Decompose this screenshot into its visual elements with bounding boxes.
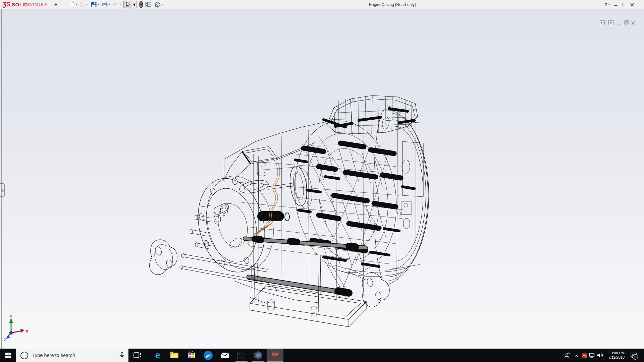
featuremanager-collapsed-tab[interactable]	[0, 183, 5, 197]
network-icon	[589, 353, 595, 358]
solidworks-tray-icon: SW ✓	[582, 353, 587, 358]
tray-solidworks-button[interactable]: SW ✓	[580, 349, 588, 362]
taskbar-solidworks-button[interactable]: SW 2017	[267, 349, 283, 362]
people-button[interactable]	[562, 349, 572, 362]
dropdown-caret-icon[interactable]: ▾	[161, 3, 163, 6]
window-title: EngineCasing [Read-only]	[369, 2, 416, 7]
dassault-mark-icon: ƷS	[3, 1, 10, 8]
taskbar-mail-button[interactable]	[218, 349, 231, 362]
solidworks-2017-label: 2017	[273, 357, 277, 359]
windows-taskbar: e C:\ SW 2017	[0, 349, 644, 362]
dropdown-caret-icon[interactable]: ▾	[109, 3, 110, 6]
volume-button[interactable]	[596, 349, 604, 362]
engine-casing-wireframe-model[interactable]	[0, 9, 644, 349]
triad-z-label: Z	[4, 338, 6, 342]
document-minimize-button[interactable]	[617, 24, 621, 24]
selected-edge-highlight[interactable]	[248, 163, 280, 248]
dropdown-caret-icon[interactable]: ▾	[87, 3, 88, 6]
network-button[interactable]	[588, 349, 596, 362]
chevron-up-icon	[574, 355, 578, 357]
taskbar-search[interactable]	[16, 349, 128, 362]
document-restore-button[interactable]	[624, 21, 628, 24]
windows-logo-icon	[5, 353, 11, 358]
black-cylinder-bushing[interactable]	[262, 213, 289, 221]
open-folder-icon	[79, 1, 86, 8]
undo-arrow-icon	[112, 1, 119, 8]
document-window-controls	[600, 20, 635, 25]
brand-solid: SOLID	[12, 2, 28, 7]
tray-overflow-button[interactable]	[572, 349, 580, 362]
solidworks-logo: ƷS SOLID WORKS	[3, 1, 48, 8]
show-right-pane-button[interactable]	[608, 20, 613, 25]
right-arrow-icon	[610, 22, 612, 24]
traffic-light-icon	[139, 1, 143, 8]
taskbar-hexagon-app-button[interactable]	[252, 349, 265, 362]
task-view-icon	[133, 352, 142, 359]
taskbar-file-explorer-button[interactable]	[168, 349, 181, 362]
microphone-icon[interactable]	[120, 352, 124, 359]
print-icon	[101, 1, 108, 8]
print-button[interactable]: ▾	[101, 1, 110, 8]
wrench-circle-icon	[204, 351, 213, 360]
restore-button[interactable]	[623, 3, 626, 6]
taskbar-settings-button[interactable]	[201, 349, 215, 362]
orientation-triad: Y X Z	[3, 313, 35, 344]
cortana-icon	[20, 352, 28, 359]
close-button[interactable]	[630, 3, 634, 6]
command-prompt-icon: C:\	[237, 352, 246, 359]
show-left-pane-button[interactable]	[600, 20, 605, 25]
left-flange[interactable]	[189, 169, 283, 279]
graphics-viewport[interactable]: Y X Z *Dimetric	[0, 9, 644, 349]
triad-x-label: X	[26, 329, 29, 333]
taskbar-command-prompt-button[interactable]: C:\	[235, 349, 248, 362]
dropdown-caret-icon[interactable]: ▾	[98, 3, 99, 6]
select-tool-dropdown[interactable]: ▾	[132, 1, 137, 8]
undo-button[interactable]: ▾	[112, 1, 121, 8]
window-controls: ? ▾	[604, 0, 634, 9]
options-button[interactable]: ▾	[154, 1, 163, 8]
gear-icon	[154, 1, 161, 8]
cylinder-head-cluster[interactable]	[327, 96, 418, 134]
hexagon-app-icon	[254, 351, 262, 360]
action-center-button[interactable]: 3	[628, 349, 639, 362]
menu-expand-arrow[interactable]: ▶	[55, 2, 57, 6]
rebuild-button[interactable]	[139, 1, 143, 8]
titlebar: ƷS SOLID WORKS ▶ ▾ ▾ ▾	[0, 0, 644, 9]
document-close-button[interactable]	[631, 21, 635, 25]
new-document-button[interactable]: ▾	[69, 1, 77, 8]
open-document-button[interactable]: ▾	[79, 1, 88, 8]
start-button[interactable]	[0, 349, 16, 362]
edge-icon: e	[155, 351, 160, 360]
save-floppy-icon	[91, 1, 97, 8]
dropdown-caret-icon[interactable]: ▾	[76, 3, 77, 6]
right-end-plate[interactable]	[348, 268, 389, 307]
mail-icon	[221, 353, 229, 358]
microsoft-store-icon	[188, 353, 195, 358]
file-explorer-icon	[170, 353, 178, 358]
threaded-rod-lower[interactable]	[248, 277, 349, 293]
solidworks-sw-icon: SW	[272, 352, 279, 356]
taskbar-store-button[interactable]	[184, 349, 198, 362]
select-tool-button[interactable]	[124, 1, 132, 8]
threaded-rod-upper[interactable]	[245, 239, 366, 248]
speaker-icon	[597, 353, 603, 358]
dropdown-caret-icon[interactable]: ▾	[120, 3, 121, 6]
brand-separator	[52, 1, 52, 8]
tray-date: 7/11/2018	[608, 355, 625, 360]
help-button[interactable]: ?	[604, 2, 607, 7]
people-icon	[564, 352, 570, 358]
cursor-arrow-icon	[125, 2, 130, 7]
search-input[interactable]	[32, 352, 120, 358]
new-document-icon	[69, 1, 75, 8]
task-view-button[interactable]	[131, 349, 144, 362]
cmd-icon-text: C:\	[238, 353, 242, 355]
quick-access-toolbar: ▾ ▾ ▾ ▾	[69, 1, 163, 8]
taskbar-edge-button[interactable]: e	[151, 349, 164, 362]
notification-count-badge: 3	[633, 354, 638, 360]
taskbar-clock[interactable]: 3:08 PM 7/11/2018	[604, 349, 625, 362]
save-button[interactable]: ▾	[91, 1, 99, 8]
dropdown-caret-icon: ▾	[133, 1, 136, 8]
help-dropdown-caret-icon[interactable]: ▾	[608, 3, 610, 6]
file-properties-button[interactable]	[145, 2, 152, 7]
minimize-button[interactable]	[614, 5, 618, 6]
